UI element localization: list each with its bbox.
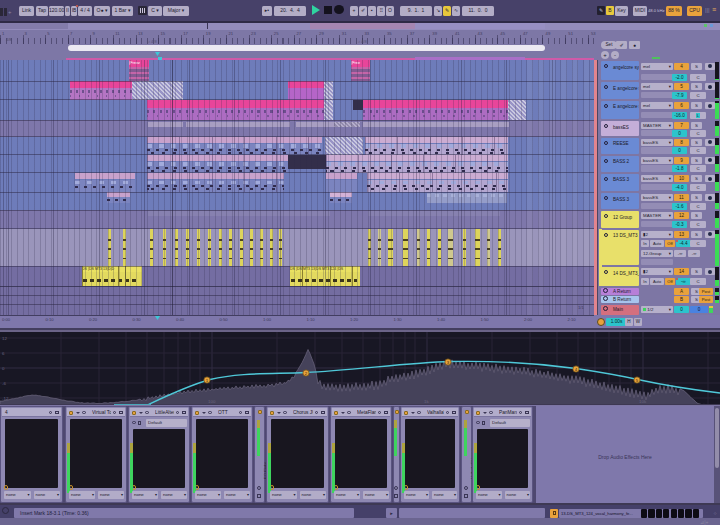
svg-text:-6: -6 <box>2 381 6 386</box>
svg-text:-12: -12 <box>2 396 9 401</box>
svg-text:12: 12 <box>2 336 7 341</box>
